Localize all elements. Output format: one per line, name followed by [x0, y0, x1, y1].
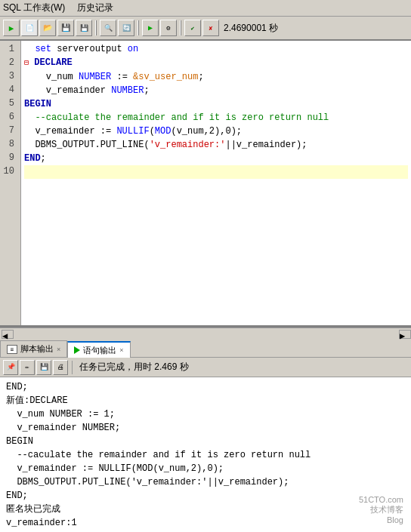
save2-button[interactable]: 💾	[76, 20, 92, 36]
save2-icon: 💾	[80, 24, 88, 32]
line-num-3: 3	[0, 69, 17, 83]
status-text: 任务已完成，用时 2.469 秒	[79, 361, 189, 374]
scroll-right-btn[interactable]: ▶	[399, 330, 411, 339]
print-icon: 🖨	[57, 363, 64, 371]
output-line-8: DBMS_OUTPUT.PUT_LINE('v_remainder:'||v_r…	[6, 475, 405, 489]
code-line-8: DBMS_OUTPUT.PUT_LINE('v_remainder:'||v_r…	[24, 138, 408, 152]
tab-statement-output[interactable]: 语句输出 ×	[67, 341, 130, 358]
run2-icon: ▶	[148, 23, 153, 32]
scroll-track[interactable]	[14, 331, 399, 338]
line-num-8: 8	[0, 137, 17, 151]
output-line-7: v_remainder := NULLIF(MOD(v_num,2),0);	[6, 462, 405, 475]
pin-button[interactable]: 📌	[3, 360, 18, 375]
line-num-1: 1	[0, 42, 17, 56]
separator3	[180, 20, 181, 35]
code-line-2: ⊟ DECLARE	[24, 56, 408, 70]
disk-icon: 💾	[40, 363, 48, 371]
rollback-button[interactable]: ✘	[202, 20, 219, 36]
tabs-bar: ≡ 脚本输出 × 语句输出 ×	[0, 340, 411, 358]
menu-sql[interactable]: SQL 工作表(W)	[3, 2, 65, 13]
bottom-panel: ≡ 脚本输出 × 语句输出 × 📌 ✏ 💾 🖨 任务已完成，用时 2.469 秒…	[0, 340, 411, 532]
output-line-11: v_remainder:1	[6, 516, 405, 530]
line-num-5: 5	[0, 97, 17, 110]
replace-button[interactable]: 🔄	[118, 20, 134, 36]
commit-button[interactable]: ✔	[184, 20, 201, 36]
code-line-6: --caculate the remainder and if it is ze…	[24, 111, 408, 125]
code-line-1: set serveroutput on	[24, 42, 408, 56]
scroll-left-btn[interactable]: ◀	[2, 330, 14, 339]
output-line-9: END;	[6, 489, 405, 503]
output-line-10: 匿名块已完成	[6, 503, 405, 516]
statement-tab-icon	[74, 346, 80, 354]
code-line-7: v_remainder := NULLIF(MOD(v_num,2),0);	[24, 125, 408, 138]
line-num-6: 6	[0, 110, 17, 124]
tab-statement-close[interactable]: ×	[119, 346, 123, 354]
code-line-5: BEGIN	[24, 97, 408, 111]
editor-area: 1 2 3 4 5 6 7 8 9 10 set serveroutput on…	[0, 41, 411, 328]
code-editor[interactable]: set serveroutput on ⊟ DECLARE v_num NUMB…	[21, 41, 411, 325]
toolbar: 📄 📂 💾 💾 🔍 🔄 ▶ ⚙ ✔ ✘ 2.4690001 秒	[0, 17, 411, 41]
pin-icon: 📌	[7, 363, 15, 371]
open-icon: 📂	[43, 23, 52, 32]
output-line-6: --caculate the remainder and if it is ze…	[6, 448, 405, 462]
run-icon	[9, 23, 14, 33]
tab-statement-label: 语句输出	[83, 345, 116, 356]
line-numbers: 1 2 3 4 5 6 7 8 9 10	[0, 41, 21, 325]
find-button[interactable]: 🔍	[100, 20, 116, 36]
replace-icon: 🔄	[122, 24, 131, 32]
settings-icon: ⚙	[166, 24, 170, 32]
tab-script-label: 脚本输出	[20, 343, 54, 355]
output-line-1: END;	[6, 380, 405, 394]
menu-history[interactable]: 历史记录	[77, 2, 113, 13]
settings-button[interactable]: ⚙	[160, 20, 177, 36]
output-line-3: v_num NUMBER := 1;	[6, 407, 405, 421]
line-num-4: 4	[0, 83, 17, 97]
bottom-toolbar: 📌 ✏ 💾 🖨 任务已完成，用时 2.469 秒	[0, 358, 411, 377]
tab-script-output[interactable]: ≡ 脚本输出 ×	[0, 340, 67, 357]
code-line-9: END;	[24, 152, 408, 165]
output-content: END; 新值:DECLARE v_num NUMBER := 1; v_rem…	[0, 377, 411, 532]
disk-button[interactable]: 💾	[36, 360, 51, 375]
open-button[interactable]: 📂	[39, 20, 56, 36]
edit-icon: ✏	[25, 363, 29, 371]
code-line-4: v_remainder NUMBER;	[24, 84, 408, 97]
tab-script-close[interactable]: ×	[57, 346, 60, 353]
line-num-10: 10	[0, 165, 17, 178]
execution-time: 2.4690001 秒	[224, 22, 278, 35]
save-button[interactable]: 💾	[57, 20, 74, 36]
save-icon: 💾	[61, 23, 70, 32]
new-icon: 📄	[26, 24, 34, 32]
new-button[interactable]: 📄	[21, 20, 38, 36]
script-tab-icon: ≡	[7, 345, 17, 354]
output-line-4: v_remainder NUMBER;	[6, 421, 405, 435]
code-line-10	[24, 165, 408, 179]
print-button[interactable]: 🖨	[53, 360, 68, 375]
edit-button[interactable]: ✏	[20, 360, 35, 375]
line-num-2: 2	[0, 56, 17, 69]
toolbar-divider	[72, 361, 73, 374]
separator1	[95, 20, 97, 35]
separator2	[138, 20, 139, 35]
line-num-9: 9	[0, 151, 17, 165]
output-line-5: BEGIN	[6, 435, 405, 448]
menu-bar: SQL 工作表(W) 历史记录	[0, 0, 411, 17]
output-line-2: 新值:DECLARE	[6, 394, 405, 407]
run2-button[interactable]: ▶	[142, 20, 159, 36]
code-line-3: v_num NUMBER := &sv_user_num;	[24, 70, 408, 84]
horizontal-scrollbar[interactable]: ◀ ▶	[0, 328, 411, 340]
find-icon: 🔍	[104, 24, 113, 32]
run-button[interactable]	[3, 20, 20, 36]
line-num-7: 7	[0, 124, 17, 137]
